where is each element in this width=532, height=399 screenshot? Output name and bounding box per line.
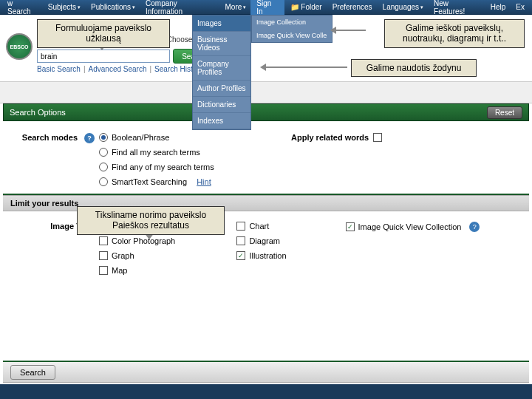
mode-label: Find any of my search terms [112,163,214,171]
callout-refine: Tiksliname norimo paveiksloPaieškos rezu… [77,206,225,235]
hint-link[interactable]: Hint [197,177,211,186]
nav-company-info[interactable]: Company Information [141,0,219,16]
submenu-image-collection[interactable]: Image Collection [252,16,332,29]
chk-color-photo[interactable] [99,236,108,245]
nav-preferences[interactable]: Preferences [328,3,377,11]
callout-formulate: Formuluojame paveikslo užklausą [37,19,170,48]
bottom-bar: Search [3,361,529,383]
nav-exit[interactable]: Ex [511,3,529,11]
chk-map[interactable] [99,266,108,275]
topnav-left: w Search Subjects▾ Publications▾ Company… [3,0,250,16]
chevron-down-icon: ▾ [243,4,246,10]
type-label: Chart [249,222,269,231]
more-dropdown: Images Business Videos Company Profiles … [192,15,251,130]
chk-iqv-collection[interactable] [346,222,355,231]
chk-diagram[interactable] [236,236,245,245]
search-mode-links: Basic Search|Advanced Search|Search Hist… [37,65,203,73]
search-button-bottom[interactable]: Search [10,365,55,380]
ebsco-logo: EBSCO [6,33,34,61]
more-item-indexes[interactable]: Indexes [193,113,250,129]
arrow-left-icon [266,66,347,68]
search-input[interactable] [37,50,170,63]
arrow-left-icon [336,30,366,31]
more-item-images[interactable]: Images [193,16,250,32]
radio-find-all[interactable] [99,148,108,157]
type-label: Graph [112,251,134,260]
search-options-body: Search modes ? Boolean/Phrase Find all m… [3,123,529,285]
submenu-image-quick-view[interactable]: Image Quick View Colle [252,29,332,42]
callout-images: Galime ieškoti paveikslų, nuotraukų, dia… [384,19,525,48]
nav-new-features[interactable]: New Features! [429,0,485,16]
basic-search-link[interactable]: Basic Search [37,65,81,73]
chk-graph[interactable] [99,251,108,260]
search-options-header: Search Options Reset [3,103,529,121]
chevron-down-icon: ▾ [420,4,423,10]
chk-illustration[interactable] [236,251,245,260]
modes-section: Search modes ? Boolean/Phrase Find all m… [3,123,529,195]
separator-bar [0,81,532,103]
help-icon[interactable]: ? [84,133,95,143]
nav-folder[interactable]: 📁Folder [286,3,326,11]
images-submenu: Image Collection Image Quick View Colle [251,15,332,43]
chevron-down-icon: ▾ [132,4,135,10]
reset-button[interactable]: Reset [487,106,522,119]
nav-languages[interactable]: Languages▾ [378,3,429,11]
nav-more[interactable]: More▾ [220,3,250,11]
folder-icon: 📁 [290,3,299,11]
chk-chart[interactable] [236,222,245,231]
more-item-dictionaries[interactable]: Dictionaries [193,97,250,113]
search-modes-label: Search modes [22,133,78,142]
callout-dictionary: Galime naudotis žodynu [351,59,477,77]
top-navigation: w Search Subjects▾ Publications▾ Company… [0,0,532,15]
mode-label: SmartText Searching [112,177,187,186]
radio-smarttext[interactable] [99,177,108,186]
radio-find-any[interactable] [99,163,108,171]
page-footer [0,384,532,399]
type-label: Map [112,266,127,275]
radio-boolean[interactable] [99,133,108,142]
nav-new-search[interactable]: w Search [3,0,42,16]
mode-label: Find all my search terms [112,148,200,157]
type-label: Illustration [249,251,286,260]
more-item-company-profiles[interactable]: Company Profiles [193,56,250,81]
nav-help[interactable]: Help [486,3,511,11]
more-item-author-profiles[interactable]: Author Profiles [193,81,250,97]
iqv-label: Image Quick View Collection [358,222,462,231]
mode-label: Boolean/Phrase [112,133,169,142]
type-label: Diagram [249,236,280,245]
apply-related-label: Apply related words [291,133,369,142]
help-icon[interactable]: ? [469,222,480,232]
more-item-business-videos[interactable]: Business Videos [193,32,250,56]
nav-subjects[interactable]: Subjects▾ [44,3,85,11]
advanced-search-link[interactable]: Advanced Search [89,65,147,73]
search-options-title: Search Options [10,108,66,117]
nav-publications[interactable]: Publications▾ [86,3,140,11]
apply-related-checkbox[interactable] [373,133,382,142]
chevron-down-icon: ▾ [78,4,81,10]
